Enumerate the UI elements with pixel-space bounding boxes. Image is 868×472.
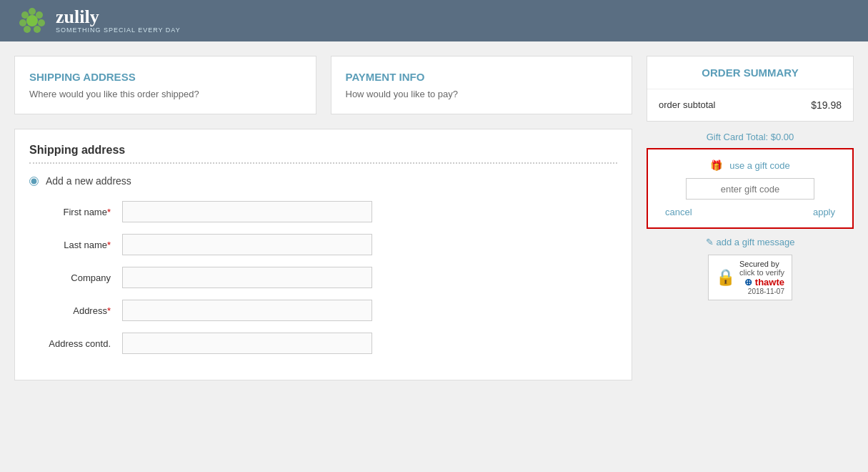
order-summary-title: ORDER SUMMARY (647, 56, 853, 89)
header: zulily Something Special Every Day (0, 0, 868, 41)
gift-code-header: 🎁 use a gift code (658, 159, 842, 171)
form-row: Company (29, 267, 617, 288)
security-brand: ⊕ thawte (744, 277, 784, 287)
add-gift-message: ✎add a gift message (647, 236, 854, 247)
form-row: Address* (29, 300, 617, 321)
svg-point-7 (26, 15, 38, 26)
thawte-logo: Secured by click to verify ⊕ thawte 2018… (739, 260, 784, 295)
svg-point-0 (29, 8, 36, 15)
radio-row[interactable]: Add a new address (29, 175, 617, 187)
top-cards: SHIPPING ADDRESS Where would you like th… (14, 56, 632, 114)
form-field-input[interactable] (122, 201, 372, 222)
shipping-form: Shipping address Add a new address First… (14, 129, 632, 380)
logo-icon (14, 3, 50, 39)
gift-code-label: use a gift code (729, 160, 790, 171)
form-field-label: Last name* (29, 240, 122, 250)
form-field-label: Address contd. (29, 338, 122, 349)
gift-code-actions: cancel apply (658, 207, 842, 217)
shipping-card-subtitle: Where would you like this order shipped? (29, 89, 301, 99)
edit-icon: ✎ (706, 237, 714, 247)
form-field-input[interactable] (122, 234, 372, 255)
logo-name: zulily (56, 8, 181, 26)
required-asterisk: * (107, 305, 111, 316)
form-field-input[interactable] (122, 267, 372, 288)
logo-tagline: Something Special Every Day (56, 26, 181, 34)
form-row: First name* (29, 201, 617, 222)
form-field-label: Address* (29, 305, 122, 316)
right-panel: ORDER SUMMARY order subtotal $19.98 Gift… (647, 56, 854, 300)
logo: zulily Something Special Every Day (14, 3, 181, 39)
main-content: SHIPPING ADDRESS Where would you like th… (0, 41, 868, 395)
add-new-address-label: Add a new address (46, 175, 131, 187)
gift-code-box: 🎁 use a gift code cancel apply (647, 148, 854, 229)
add-gift-message-link[interactable]: ✎add a gift message (706, 237, 795, 247)
payment-card: PAYMENT INFO How would you like to pay? (331, 56, 633, 114)
form-field-label: First name* (29, 207, 122, 217)
gift-code-input-row (658, 178, 842, 200)
form-row: Address contd. (29, 333, 617, 354)
required-asterisk: * (107, 207, 111, 217)
svg-point-4 (24, 26, 31, 33)
gift-code-input[interactable] (686, 178, 814, 200)
form-field-label: Company (29, 272, 122, 283)
required-asterisk: * (107, 240, 111, 250)
security-badge-inner[interactable]: 🔒 Secured by click to verify ⊕ thawte 20… (708, 255, 792, 300)
logo-text: zulily Something Special Every Day (56, 8, 181, 34)
order-subtotal-row: order subtotal $19.98 (647, 89, 853, 121)
svg-point-2 (38, 19, 45, 26)
form-field-input[interactable] (122, 333, 372, 354)
form-fields: First name*Last name*CompanyAddress*Addr… (29, 201, 617, 354)
order-subtotal-label: order subtotal (659, 99, 716, 111)
gift-card-total: Gift Card Total: $0.00 (647, 127, 854, 148)
svg-point-5 (19, 19, 26, 26)
security-text: Secured by click to verify (739, 260, 784, 277)
form-field-input[interactable] (122, 300, 372, 321)
padlock-icon: 🔒 (716, 268, 735, 287)
payment-card-title: PAYMENT INFO (346, 71, 618, 83)
security-click-text: click to verify (739, 268, 784, 277)
form-section-title: Shipping address (29, 144, 617, 164)
security-date: 2018-11-07 (748, 287, 784, 295)
payment-card-subtitle: How would you like to pay? (346, 89, 618, 99)
apply-gift-code-link[interactable]: apply (813, 207, 835, 217)
add-new-address-radio[interactable] (29, 177, 39, 186)
form-row: Last name* (29, 234, 617, 255)
security-by-text: Secured by (739, 260, 784, 268)
order-summary-card: ORDER SUMMARY order subtotal $19.98 (647, 56, 854, 122)
shipping-card-title: SHIPPING ADDRESS (29, 71, 301, 83)
security-badge: 🔒 Secured by click to verify ⊕ thawte 20… (647, 255, 854, 300)
left-panels: SHIPPING ADDRESS Where would you like th… (14, 56, 632, 380)
gift-icon: 🎁 (710, 159, 722, 171)
svg-point-3 (34, 26, 41, 33)
shipping-card: SHIPPING ADDRESS Where would you like th… (14, 56, 316, 114)
cancel-gift-code-link[interactable]: cancel (665, 207, 692, 217)
order-subtotal-value: $19.98 (811, 99, 842, 111)
